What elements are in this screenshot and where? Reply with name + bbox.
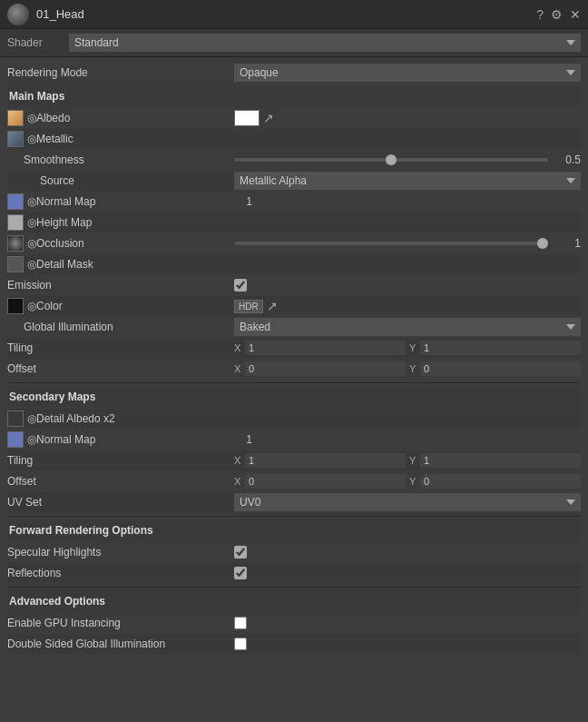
albedo-pick-icon[interactable]: ↗: [263, 111, 274, 125]
smoothness-label: Smoothness: [7, 153, 234, 166]
occlusion-value-display: 1: [554, 237, 581, 250]
main-offset-value: X Y: [234, 361, 581, 376]
double-sided-label: Double Sided Global Illumination: [7, 638, 234, 650]
normal-map-thumb[interactable]: [7, 193, 24, 210]
normal-map-row: ◎Normal Map 1: [7, 192, 581, 212]
detail-albedo-label: ◎Detail Albedo x2: [7, 410, 234, 427]
specular-highlights-row: Specular Highlights: [7, 542, 581, 562]
occlusion-slider[interactable]: [234, 242, 548, 245]
albedo-value: ↗: [234, 110, 581, 126]
secondary-maps-section: Secondary Maps: [7, 387, 581, 407]
albedo-row: ◎Albedo ↗: [7, 108, 581, 128]
secondary-tiling-y-input[interactable]: [420, 453, 581, 468]
secondary-tiling-y-label: Y: [409, 455, 418, 466]
divider-2: [7, 516, 581, 517]
smoothness-slider[interactable]: [234, 158, 548, 162]
height-map-thumb[interactable]: [7, 214, 24, 231]
secondary-tiling-x-label: X: [234, 455, 243, 466]
main-offset-y: Y: [409, 361, 581, 376]
gpu-instancing-row: Enable GPU Instancing: [7, 613, 581, 633]
close-icon[interactable]: ✕: [570, 7, 581, 22]
double-sided-checkbox[interactable]: [234, 638, 247, 650]
specular-highlights-value: [234, 546, 581, 559]
hdr-button[interactable]: HDR: [234, 300, 263, 313]
main-offset-x: X: [234, 361, 406, 376]
secondary-offset-x: X: [234, 474, 406, 489]
secondary-offset-x-input[interactable]: [245, 474, 406, 489]
emission-checkbox[interactable]: [234, 279, 247, 292]
detail-mask-thumb[interactable]: [7, 256, 24, 272]
shader-dropdown[interactable]: Standard: [69, 34, 581, 52]
main-offset-x-input[interactable]: [245, 361, 406, 376]
specular-highlights-checkbox[interactable]: [234, 546, 247, 559]
occlusion-thumb[interactable]: [7, 235, 24, 252]
main-offset-label: Offset: [7, 362, 234, 375]
normal-map-label: ◎Normal Map: [7, 193, 234, 210]
smoothness-value-display: 0.5: [554, 153, 581, 166]
secondary-tiling-x-input[interactable]: [245, 453, 406, 468]
header-title: 01_Head: [36, 7, 536, 21]
secondary-normal-row: ◎Normal Map 1: [7, 430, 581, 450]
albedo-thumb[interactable]: [7, 110, 24, 126]
reflections-label: Reflections: [7, 567, 234, 579]
reflections-checkbox[interactable]: [234, 567, 247, 579]
main-tiling-y: Y: [409, 341, 581, 355]
normal-map-value: 1: [234, 195, 581, 208]
source-value: Metallic Alpha: [234, 172, 581, 190]
main-tiling-xy: X Y: [234, 341, 581, 355]
secondary-offset-y-input[interactable]: [420, 474, 581, 489]
secondary-normal-label: ◎Normal Map: [7, 431, 234, 448]
avatar: [7, 4, 29, 25]
help-icon[interactable]: ?: [536, 7, 544, 22]
shader-row: Shader Standard: [0, 29, 588, 57]
emission-color-thumb[interactable]: [7, 298, 24, 314]
advanced-options-section: Advanced Options: [7, 591, 581, 611]
metallic-thumb[interactable]: [7, 131, 24, 147]
gpu-instancing-checkbox[interactable]: [234, 617, 247, 629]
main-tiling-x: X: [234, 341, 406, 355]
header: 01_Head ? ⚙ ✕: [0, 0, 588, 29]
secondary-maps-header: Secondary Maps: [9, 391, 95, 403]
uv-set-row: UV Set UV0: [7, 492, 581, 512]
divider-3: [7, 587, 581, 588]
occlusion-value: 1: [234, 237, 581, 250]
specular-highlights-label: Specular Highlights: [7, 546, 234, 559]
emission-row: Emission: [7, 275, 581, 295]
source-dropdown[interactable]: Metallic Alpha: [234, 172, 581, 190]
secondary-tiling-xy: X Y: [234, 453, 581, 468]
emission-color-label: ◎Color: [7, 298, 234, 314]
occlusion-label: ◎Occlusion: [7, 235, 234, 252]
rendering-mode-value: Opaque: [234, 64, 581, 82]
uv-set-dropdown[interactable]: UV0: [234, 493, 581, 511]
settings-icon[interactable]: ⚙: [551, 7, 563, 22]
detail-albedo-thumb[interactable]: [7, 410, 24, 427]
normal-map-num: 1: [234, 195, 252, 208]
emission-pick-icon[interactable]: ↗: [267, 299, 278, 313]
rendering-mode-label: Rendering Mode: [7, 66, 234, 79]
rendering-mode-dropdown[interactable]: Opaque: [234, 64, 581, 82]
main-maps-section: Main Maps: [7, 86, 581, 106]
main-tiling-x-input[interactable]: [245, 341, 406, 355]
metallic-row: ◎Metallic: [7, 129, 581, 149]
main-offset-y-input[interactable]: [420, 361, 581, 376]
global-illumination-dropdown[interactable]: Baked: [234, 318, 581, 336]
gpu-instancing-value: [234, 617, 581, 629]
metallic-label: ◎Metallic: [7, 131, 234, 147]
occlusion-slider-container: 1: [234, 237, 581, 250]
main-offset-y-label: Y: [409, 363, 418, 374]
detail-mask-label: ◎Detail Mask: [7, 256, 234, 272]
secondary-normal-thumb[interactable]: [7, 431, 24, 448]
main-offset-xy: X Y: [234, 361, 581, 376]
smoothness-row: Smoothness 0.5: [7, 150, 581, 170]
albedo-label: ◎Albedo: [7, 110, 234, 126]
main-tiling-label: Tiling: [7, 341, 234, 354]
header-actions: ? ⚙ ✕: [536, 7, 581, 22]
source-row: Source Metallic Alpha: [7, 171, 581, 191]
main-tiling-y-input[interactable]: [420, 341, 581, 355]
double-sided-row: Double Sided Global Illumination: [7, 634, 581, 654]
secondary-normal-num: 1: [234, 433, 252, 446]
main-tiling-row: Tiling X Y: [7, 338, 581, 358]
global-illumination-row: Global Illumination Baked: [7, 317, 581, 337]
albedo-color-swatch[interactable]: [234, 110, 260, 126]
main-tiling-x-label: X: [234, 342, 243, 353]
